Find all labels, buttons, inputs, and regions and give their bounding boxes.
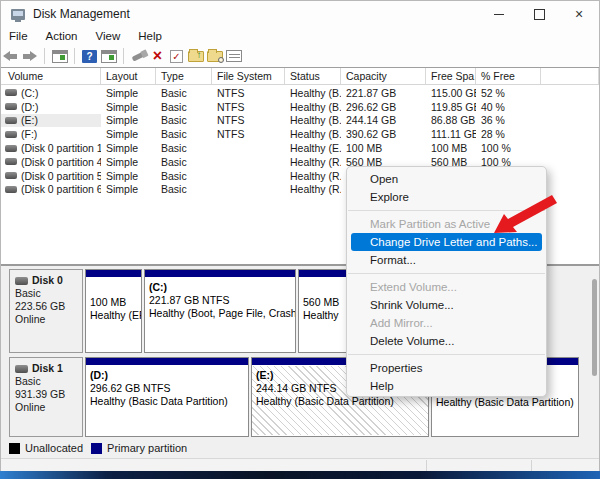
disk-icon <box>15 365 28 373</box>
table-row[interactable]: (E:) Simple Basic NTFS Healthy (B... 244… <box>1 114 599 128</box>
cell-status: Healthy (R... <box>285 155 341 169</box>
folder-search-icon[interactable] <box>205 47 224 65</box>
cell-type: Basic <box>156 127 212 141</box>
menu-bar: File Action View Help <box>1 27 599 45</box>
cell-filler <box>541 86 599 100</box>
header-type[interactable]: Type <box>156 68 212 84</box>
header-volume[interactable]: Volume <box>1 68 101 84</box>
table-row[interactable]: (D:) Simple Basic NTFS Healthy (B... 296… <box>1 100 599 114</box>
context-menu-item[interactable]: Properties <box>347 359 546 377</box>
table-row[interactable]: (F:) Simple Basic NTFS Healthy (B... 390… <box>1 127 599 141</box>
check-properties-icon[interactable]: ✓ <box>167 47 186 65</box>
cell-status: Healthy (B... <box>285 100 341 114</box>
cell-status: Healthy (B... <box>285 127 341 141</box>
disk-size: 223.56 GB <box>15 300 77 313</box>
toolbar-separator <box>44 48 45 64</box>
cell-capacity: 221.87 GB <box>341 86 426 100</box>
header-layout[interactable]: Layout <box>101 68 156 84</box>
context-menu-item[interactable]: Open <box>347 170 546 188</box>
cell-free-space: 115.00 GB <box>426 86 476 100</box>
maximize-button[interactable] <box>519 1 559 27</box>
context-menu-item[interactable]: Help <box>347 377 546 395</box>
cell-filler <box>541 141 599 155</box>
cell-filler <box>541 127 599 141</box>
header-pct-free[interactable]: % Free <box>476 68 541 84</box>
cell-free-space: 86.88 GB <box>426 114 476 128</box>
cell-volume: (F:) <box>21 128 37 140</box>
forward-arrow-icon[interactable] <box>20 47 39 65</box>
volume-icon <box>5 145 17 152</box>
disk-kind: Basic <box>15 287 77 300</box>
disk-0-header[interactable]: Disk 0 Basic 223.56 GB Online <box>9 269 83 353</box>
vertical-scrollbar[interactable] <box>592 279 597 376</box>
context-menu: OpenExploreMark Partition as ActiveChang… <box>346 166 547 397</box>
partition-d[interactable]: (D:) 296.62 GB NTFS Healthy (Basic Data … <box>85 357 249 437</box>
properties-list-icon[interactable] <box>224 47 243 65</box>
context-menu-item[interactable]: Shrink Volume... <box>347 296 546 314</box>
cell-type: Basic <box>156 141 212 155</box>
window-title: Disk Management <box>33 7 130 21</box>
cell-type: Basic <box>156 169 212 183</box>
console-window-action-icon[interactable] <box>99 47 118 65</box>
context-menu-item[interactable]: Extend Volume... <box>347 278 546 296</box>
table-row[interactable]: (Disk 0 partition 1) Simple Basic Health… <box>1 141 599 155</box>
table-row[interactable]: (C:) Simple Basic NTFS Healthy (B... 221… <box>1 86 599 100</box>
volume-table-header: Volume Layout Type File System Status Ca… <box>1 68 599 85</box>
primary-partition-swatch <box>91 443 102 454</box>
cell-volume: (Disk 0 partition 1) <box>21 142 101 154</box>
cell-file-system <box>212 155 285 169</box>
disk-status: Online <box>15 313 77 326</box>
partition-efi[interactable]: 100 MB Healthy (EF <box>85 269 142 353</box>
status-bar <box>1 458 599 471</box>
context-menu-item[interactable]: Format... <box>347 251 546 269</box>
context-menu-item[interactable]: Delete Volume... <box>347 332 546 350</box>
partition-c[interactable]: (C:) 221.87 GB NTFS Healthy (Boot, Page … <box>144 269 296 353</box>
volume-icon <box>5 158 17 165</box>
title-bar: Disk Management × <box>1 1 599 27</box>
primary-partition-bar <box>86 358 248 366</box>
minimize-button[interactable] <box>479 1 519 27</box>
context-menu-separator <box>348 273 545 274</box>
menu-help[interactable]: Help <box>129 30 171 42</box>
header-filler <box>541 68 599 84</box>
context-menu-item[interactable]: Mark Partition as Active <box>347 215 546 233</box>
cell-filler <box>541 100 599 114</box>
cell-volume: (Disk 0 partition 6) <box>21 183 101 195</box>
cell-pct-free: 100 % <box>476 141 541 155</box>
show-console-window-icon[interactable] <box>50 47 69 65</box>
back-arrow-icon[interactable] <box>1 47 20 65</box>
cell-type: Basic <box>156 100 212 114</box>
delete-x-icon[interactable]: × <box>148 47 167 65</box>
primary-partition-bar <box>145 270 295 278</box>
unallocated-swatch <box>9 443 20 454</box>
cell-layout: Simple <box>101 127 156 141</box>
toolbar-separator <box>123 48 124 64</box>
disk-kind: Basic <box>15 375 77 388</box>
menu-file[interactable]: File <box>1 30 37 42</box>
cell-free-space: 119.85 GB <box>426 100 476 114</box>
header-capacity[interactable]: Capacity <box>341 68 426 84</box>
menu-view[interactable]: View <box>87 30 130 42</box>
cell-capacity: 244.14 GB <box>341 114 426 128</box>
volume-icon <box>5 186 17 193</box>
disk-1-header[interactable]: Disk 1 Basic 931.39 GB Online <box>9 357 83 437</box>
volume-icon <box>5 172 17 179</box>
context-menu-separator <box>348 354 545 355</box>
help-icon[interactable]: ? <box>80 47 99 65</box>
cell-status: Healthy (R... <box>285 169 341 183</box>
header-file-system[interactable]: File System <box>212 68 285 84</box>
cell-pct-free: 28 % <box>476 127 541 141</box>
cell-filler <box>541 155 599 169</box>
cell-capacity: 390.62 GB <box>341 127 426 141</box>
context-menu-item[interactable]: Change Drive Letter and Paths... <box>351 233 542 251</box>
context-menu-item[interactable]: Explore <box>347 188 546 206</box>
cell-file-system: NTFS <box>212 100 285 114</box>
display-tool-icon[interactable] <box>129 47 148 65</box>
cell-type: Basic <box>156 183 212 197</box>
header-status[interactable]: Status <box>285 68 341 84</box>
close-button[interactable]: × <box>559 1 599 27</box>
menu-action[interactable]: Action <box>37 30 87 42</box>
header-free-space[interactable]: Free Spa... <box>426 68 476 84</box>
context-menu-item[interactable]: Add Mirror... <box>347 314 546 332</box>
folder-up-icon[interactable]: ↑ <box>186 47 205 65</box>
